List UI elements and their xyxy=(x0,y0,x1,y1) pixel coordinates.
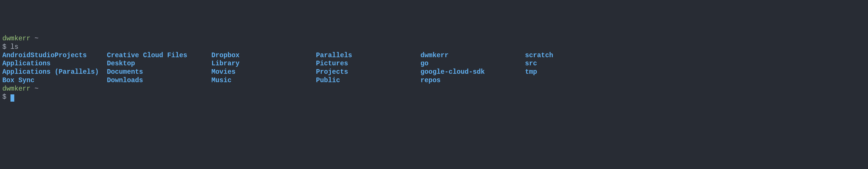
directory-entry: Box Sync xyxy=(2,77,34,84)
directory-entry: Library xyxy=(212,60,240,68)
ls-output: AndroidStudioProjects Creative Cloud Fil… xyxy=(2,51,866,85)
directory-entry: go xyxy=(421,60,429,68)
directory-entry: Applications (Parallels) xyxy=(2,68,99,76)
prompt-line-2: dwmkerr ~ xyxy=(2,85,866,93)
prompt-symbol: $ xyxy=(2,93,6,101)
ls-row: AndroidStudioProjects Creative Cloud Fil… xyxy=(2,51,866,60)
directory-entry: google-cloud-sdk xyxy=(421,68,485,76)
ls-row: Box Sync Downloads Music Public repos xyxy=(2,76,866,85)
directory-entry: Documents xyxy=(107,68,143,76)
directory-entry: Creative Cloud Files xyxy=(107,52,187,59)
prompt-user: dwmkerr xyxy=(2,35,31,42)
prompt-path: ~ xyxy=(34,85,38,93)
directory-entry: Downloads xyxy=(107,77,143,84)
ls-row: Applications (Parallels) Documents Movie… xyxy=(2,68,866,76)
directory-entry: dwmkerr xyxy=(421,52,449,59)
directory-entry: Public xyxy=(316,77,340,84)
directory-entry: AndroidStudioProjects xyxy=(2,52,87,59)
command-line-2: $ xyxy=(2,93,866,101)
directory-entry: Projects xyxy=(316,68,348,76)
prompt-path: ~ xyxy=(34,35,38,42)
directory-entry: src xyxy=(525,60,537,68)
prompt-symbol: $ xyxy=(2,43,6,51)
directory-entry: Dropbox xyxy=(212,52,240,59)
command-line-1: $ ls xyxy=(2,43,866,51)
directory-entry: Desktop xyxy=(107,60,135,68)
directory-entry: tmp xyxy=(525,68,537,76)
cursor xyxy=(10,94,14,101)
prompt-user: dwmkerr xyxy=(2,85,31,93)
directory-entry: Parallels xyxy=(316,52,352,59)
directory-entry: Applications xyxy=(2,60,51,68)
directory-entry: Movies xyxy=(212,68,236,76)
ls-row: Applications Desktop Library Pictures go… xyxy=(2,59,866,68)
terminal[interactable]: dwmkerr ~$ lsAndroidStudioProjects Creat… xyxy=(2,35,866,101)
prompt-line-1: dwmkerr ~ xyxy=(2,35,866,43)
directory-entry: repos xyxy=(421,77,441,84)
directory-entry: Music xyxy=(212,77,231,84)
directory-entry: Pictures xyxy=(316,60,348,68)
command-text: ls xyxy=(10,43,19,51)
directory-entry: scratch xyxy=(525,52,553,59)
